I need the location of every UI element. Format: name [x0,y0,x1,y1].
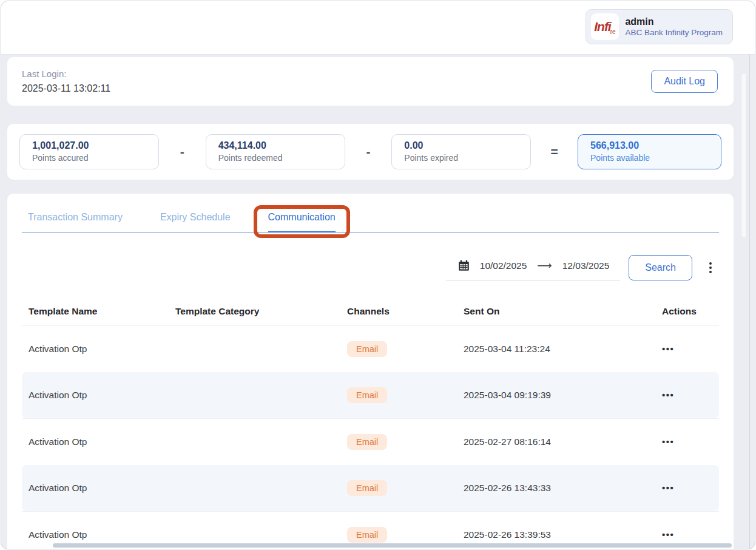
row-actions-icon[interactable]: ••• [662,344,674,354]
points-summary-card: 1,001,027.00 Points accured - 434,114.00… [7,124,734,180]
date-range-picker[interactable]: 10/02/2025 ⟶ 12/03/2025 [446,254,621,280]
date-from-field[interactable]: 10/02/2025 [480,260,527,271]
points-available-card: 566,913.00 Points available [578,134,721,169]
col-header-template-category: Template Category [175,306,347,317]
date-range-arrow-icon: ⟶ [537,259,552,272]
logo-subtext: re [610,29,616,35]
tab-transaction-summary[interactable]: Transaction Summary [28,212,123,232]
points-redeemed-value: 434,114.00 [218,140,345,151]
cell-actions: ••• [647,344,719,355]
kebab-menu-icon[interactable] [704,260,717,276]
row-actions-icon[interactable]: ••• [662,483,674,493]
cell-sent-on: 2025-02-26 13:39:53 [464,529,647,540]
row-actions-icon[interactable]: ••• [662,390,674,400]
channel-badge: Email [347,480,387,496]
channel-badge: Email [347,434,387,450]
profile-program-name: ABC Bank Infinity Program [625,28,723,37]
col-header-actions: Actions [647,306,719,317]
cell-sent-on: 2025-03-04 11:23:24 [464,344,647,355]
points-accrued-card: 1,001,027.00 Points accured [19,134,159,169]
points-expired-label: Points expired [404,153,530,163]
row-actions-icon[interactable]: ••• [662,529,674,540]
page-content: Last Login: 2025-03-11 13:02:11 Audit Lo… [1,55,750,549]
points-redeemed-label: Points redeemed [218,153,345,163]
cell-template-name: Activation Otp [29,390,175,401]
table-row: Activation Otp Email 2025-02-27 08:16:14… [22,418,719,465]
cell-channels: Email [347,341,464,357]
horizontal-scrollbar[interactable] [53,543,732,548]
cell-template-name: Activation Otp [29,436,175,447]
date-to-field[interactable]: 12/03/2025 [562,260,610,271]
cell-channels: Email [347,387,464,403]
points-expired-card: 0.00 Points expired [391,134,531,169]
last-login-label: Last Login: [22,69,110,79]
last-login-card: Last Login: 2025-03-11 13:02:11 Audit Lo… [7,57,734,106]
row-actions-icon[interactable]: ••• [662,436,674,447]
cell-channels: Email [347,527,464,543]
col-header-channels: Channels [347,306,464,317]
channel-badge: Email [347,341,387,357]
points-available-value: 566,913.00 [590,140,721,151]
cell-actions: ••• [647,483,719,494]
cell-actions: ••• [647,529,719,540]
profile-username: admin [625,16,723,27]
col-header-template-name: Template Name [29,306,175,317]
minus-operator: - [159,144,206,159]
tab-communication[interactable]: Communication [268,212,336,232]
points-accrued-label: Points accured [32,153,158,163]
app-window: Infire admin ABC Bank Infinity Program L… [1,1,755,549]
col-header-sent-on: Sent On [464,306,647,317]
cell-sent-on: 2025-02-26 13:43:33 [464,483,647,494]
search-button[interactable]: Search [629,255,692,280]
details-card: Transaction Summary Expiry Schedule Comm… [7,194,734,549]
points-accrued-value: 1,001,027.00 [32,140,158,151]
table-row: Activation Otp Email 2025-03-04 09:19:39… [22,372,719,419]
profile-text: admin ABC Bank Infinity Program [625,16,723,37]
minus-operator: - [345,144,392,159]
cell-template-name: Activation Otp [29,344,175,355]
cell-actions: ••• [647,390,719,401]
cell-template-name: Activation Otp [29,529,175,540]
table-row: Activation Otp Email 2025-03-04 11:23:24… [22,325,719,372]
points-redeemed-card: 434,114.00 Points redeemed [206,134,345,169]
communication-table: Template Name Template Category Channels… [22,297,719,549]
tab-expiry-schedule[interactable]: Expiry Schedule [160,212,231,232]
last-login-info: Last Login: 2025-03-11 13:02:11 [22,69,110,94]
vertical-scrollbar-thumb[interactable] [741,73,747,238]
cell-sent-on: 2025-02-27 08:16:14 [464,436,647,447]
cell-channels: Email [347,480,464,496]
logo-text: Infi [594,19,611,34]
points-available-label: Points available [590,153,721,163]
points-expired-value: 0.00 [404,140,530,151]
cell-template-name: Activation Otp [29,483,175,494]
channel-badge: Email [347,527,387,543]
user-profile-card[interactable]: Infire admin ABC Bank Infinity Program [586,9,733,44]
audit-log-button[interactable]: Audit Log [651,70,718,93]
tab-communication-wrap: Communication [268,212,336,232]
channel-badge: Email [347,387,387,403]
calendar-icon[interactable] [458,260,470,271]
top-header: Infire admin ABC Bank Infinity Program [1,1,755,55]
equals-operator: = [531,144,578,159]
tab-bar: Transaction Summary Expiry Schedule Comm… [22,212,719,233]
cell-sent-on: 2025-03-04 09:19:39 [464,390,647,401]
infi-logo: Infire [591,13,619,40]
table-row: Activation Otp Email 2025-02-26 13:43:33… [22,465,719,512]
filter-row: 10/02/2025 ⟶ 12/03/2025 Search [22,254,719,280]
cell-actions: ••• [647,436,719,447]
cell-channels: Email [347,434,464,450]
table-header-row: Template Name Template Category Channels… [22,297,719,325]
last-login-value: 2025-03-11 13:02:11 [22,83,110,94]
